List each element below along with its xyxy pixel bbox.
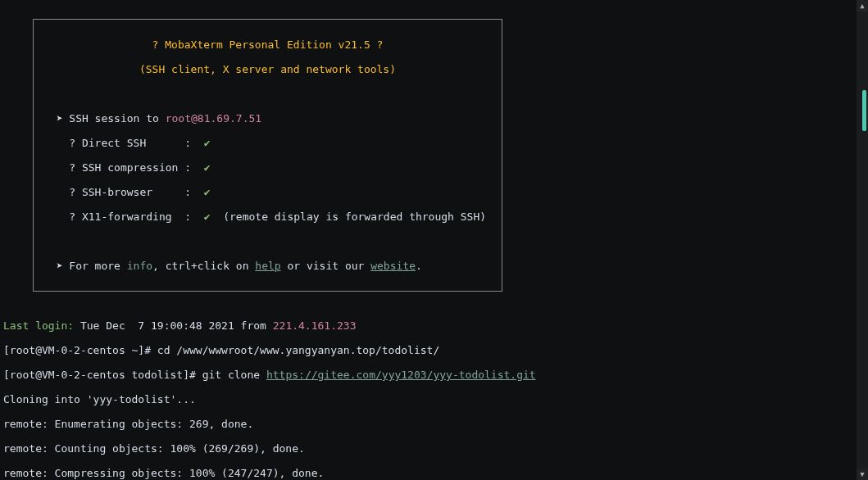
banner-ssh-target: ➤ SSH session to root@81.69.7.51 (43, 112, 492, 125)
cmd-cd: [root@VM-0-2-centos ~]# cd /www/wwwroot/… (3, 344, 865, 356)
banner-title: ? MobaXterm Personal Edition v21.5 ? (43, 38, 492, 51)
info-link[interactable]: info (127, 260, 152, 272)
scrollbar[interactable]: ▲ ▼ (857, 0, 868, 480)
scroll-thumb[interactable] (862, 90, 866, 131)
banner-x11: ? X11-forwarding : ✔ (remote display is … (43, 211, 492, 223)
out3: remote: Counting objects: 100% (269/269)… (3, 442, 865, 455)
banner-box: ? MobaXterm Personal Edition v21.5 ? (SS… (33, 19, 502, 292)
out2: remote: Enumerating objects: 269, done. (3, 418, 865, 430)
terminal-output[interactable]: ? MobaXterm Personal Edition v21.5 ? (SS… (0, 0, 868, 480)
repo-url-1[interactable]: https://gitee.com/yyy1203/yyy-todolist.g… (266, 369, 536, 381)
website-link[interactable]: website (370, 260, 416, 272)
scroll-down-icon[interactable]: ▼ (857, 469, 868, 480)
out1: Cloning into 'yyy-todolist'... (3, 393, 865, 405)
last-login-line: Last login: Tue Dec 7 19:00:48 2021 from… (3, 319, 865, 332)
cmd-git-clone-1: [root@VM-0-2-centos todolist]# git clone… (3, 369, 865, 381)
banner-ssh-browser: ? SSH-browser : ✔ (43, 186, 492, 198)
banner-subtitle: (SSH client, X server and network tools) (43, 63, 492, 75)
banner-ssh-compression: ? SSH compression : ✔ (43, 161, 492, 174)
help-link[interactable]: help (255, 260, 280, 272)
banner-direct-ssh: ? Direct SSH : ✔ (43, 137, 492, 149)
out4: remote: Compressing objects: 100% (247/2… (3, 467, 865, 479)
scroll-up-icon[interactable]: ▲ (857, 0, 868, 11)
banner-more-info: ➤ For more info, ctrl+click on help or v… (43, 260, 492, 272)
